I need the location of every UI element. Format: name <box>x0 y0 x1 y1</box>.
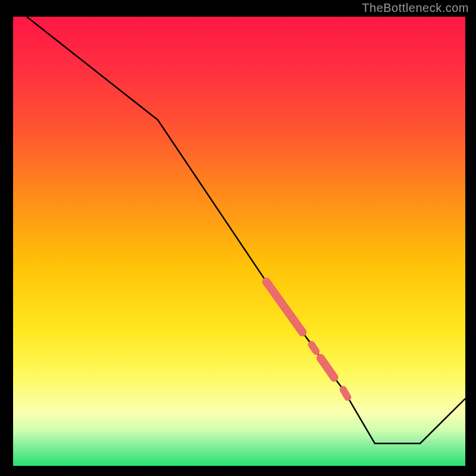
bottleneck-chart <box>0 0 476 476</box>
highlight-segment-3 <box>343 390 348 397</box>
highlight-segment-1 <box>312 345 317 351</box>
watermark-text: TheBottleneck.com <box>362 1 469 15</box>
chart-container: TheBottleneck.com <box>0 0 476 476</box>
